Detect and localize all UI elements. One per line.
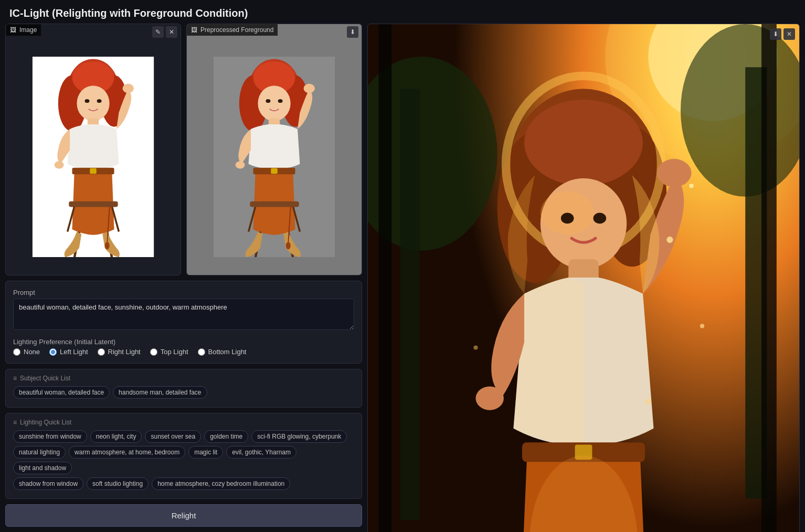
- subject-tag-0[interactable]: beautiful woman, detailed face: [13, 386, 110, 399]
- lighting-radio-right[interactable]: [98, 348, 105, 356]
- image-panels-row: 🖼 Image ✎ ✕: [5, 24, 362, 275]
- svg-rect-54: [379, 24, 392, 532]
- preprocessed-panel-label: Preprocessed Foreground: [200, 26, 273, 34]
- svg-rect-17: [69, 201, 118, 207]
- image-panel: 🖼 Image ✎ ✕: [5, 24, 181, 275]
- svg-rect-34: [271, 168, 277, 174]
- preprocessed-panel: 🖼 Preprocessed Foreground ⬇: [186, 24, 362, 275]
- lighting-quick-list: ≡ Lighting Quick List sunshine from wind…: [5, 413, 362, 499]
- source-illustration: [19, 57, 167, 258]
- lighting-none-label: None: [24, 348, 40, 356]
- lighting-tags-row1: sunshine from window neon light, city su…: [13, 430, 354, 443]
- lighting-tag-sunset[interactable]: sunset over sea: [145, 430, 201, 443]
- lighting-quick-list-title: ≡ Lighting Quick List: [13, 419, 354, 426]
- lighting-tag-lightandshadow[interactable]: light and shadow: [13, 462, 72, 474]
- lighting-bottom-label: Bottom Light: [208, 348, 247, 356]
- image-icon: 🖼: [10, 26, 16, 34]
- lighting-tag-neon[interactable]: neon light, city: [90, 430, 142, 443]
- close-output-button[interactable]: ✕: [783, 28, 795, 40]
- svg-rect-55: [761, 24, 777, 532]
- subject-quick-list-title: ≡ Subject Quick List: [13, 375, 354, 382]
- svg-point-18: [123, 83, 134, 93]
- preprocessed-panel-buttons: ⬇: [347, 26, 358, 38]
- lighting-tag-magic[interactable]: magic lit: [188, 446, 223, 459]
- lighting-tag-scifi[interactable]: sci-fi RGB glowing, cyberpunk: [251, 430, 347, 443]
- prompt-label: Prompt: [13, 289, 354, 296]
- lighting-options-row: None Left Light Right Light Top Light: [13, 348, 354, 356]
- output-panel: ⬇ ✕: [367, 24, 800, 532]
- output-panel-buttons: ⬇ ✕: [770, 28, 795, 40]
- svg-point-21: [105, 242, 110, 249]
- relight-button[interactable]: Relight: [5, 504, 362, 527]
- subject-tags-row: beautiful woman, detailed face handsome …: [13, 386, 354, 399]
- svg-point-6: [84, 99, 89, 103]
- svg-point-5: [77, 86, 109, 121]
- lighting-label: Lighting Preference (Initial Latent): [13, 338, 354, 346]
- lighting-radio-bottom[interactable]: [198, 348, 205, 356]
- svg-point-82: [473, 345, 478, 349]
- svg-point-27: [258, 86, 290, 121]
- image-panel-buttons: ✎ ✕: [152, 26, 177, 38]
- svg-point-28: [266, 99, 270, 103]
- svg-point-63: [561, 213, 574, 224]
- lighting-tag-evil[interactable]: evil, gothic, Yharnam: [226, 446, 296, 459]
- subject-quick-list: ≡ Subject Quick List beautiful woman, de…: [5, 369, 362, 408]
- svg-point-79: [700, 324, 704, 328]
- preprocessed-icon: 🖼: [191, 26, 197, 34]
- svg-rect-12: [90, 168, 96, 174]
- lighting-top-label: Top Light: [161, 348, 188, 356]
- svg-point-64: [593, 213, 606, 224]
- image-panel-header: 🖼 Image: [6, 24, 41, 36]
- image-panel-label: Image: [19, 26, 37, 34]
- controls-area: Prompt beautiful woman, detailed face, s…: [5, 281, 362, 364]
- lighting-left-label: Left Light: [60, 348, 88, 356]
- svg-point-81: [689, 184, 693, 188]
- lighting-option-right[interactable]: Right Light: [98, 348, 141, 356]
- lighting-tags-row3: shadow from window soft studio lighting …: [13, 477, 354, 490]
- subject-tag-1[interactable]: handsome man, detailed face: [113, 386, 207, 399]
- svg-point-83: [657, 159, 692, 187]
- svg-point-40: [304, 83, 315, 93]
- lighting-tags-row2: natural lighting warm atmosphere, at hom…: [13, 446, 354, 474]
- download-output-button[interactable]: ⬇: [770, 28, 781, 40]
- close-image-button[interactable]: ✕: [166, 26, 177, 38]
- lighting-tag-shadow[interactable]: shadow from window: [13, 477, 83, 490]
- svg-point-84: [476, 386, 504, 410]
- download-preprocessed-button[interactable]: ⬇: [347, 26, 358, 38]
- lighting-radio-none[interactable]: [13, 348, 20, 356]
- app-title: IC-Light (Relighting with Foreground Con…: [0, 0, 805, 24]
- lighting-radio-top[interactable]: [150, 348, 157, 356]
- output-image: [368, 24, 799, 532]
- svg-point-78: [666, 237, 673, 243]
- lighting-right-label: Right Light: [108, 348, 141, 356]
- lighting-tag-natural[interactable]: natural lighting: [13, 446, 66, 459]
- svg-point-29: [278, 99, 283, 103]
- svg-point-7: [97, 99, 102, 103]
- edit-image-button[interactable]: ✎: [152, 26, 164, 38]
- lighting-radio-left[interactable]: [49, 348, 57, 356]
- svg-point-41: [236, 161, 245, 168]
- lighting-tag-studio[interactable]: soft studio lighting: [87, 477, 149, 490]
- svg-rect-49: [400, 89, 420, 520]
- svg-rect-39: [250, 201, 299, 207]
- lighting-option-bottom[interactable]: Bottom Light: [198, 348, 247, 356]
- preprocessed-panel-header: 🖼 Preprocessed Foreground: [187, 24, 278, 36]
- lighting-tag-warm[interactable]: warm atmosphere, at home, bedroom: [69, 446, 185, 459]
- lighting-option-left[interactable]: Left Light: [49, 348, 88, 356]
- lighting-option-top[interactable]: Top Light: [150, 348, 188, 356]
- lighting-tag-golden[interactable]: golden time: [204, 430, 248, 443]
- lighting-option-none[interactable]: None: [13, 348, 40, 356]
- svg-point-43: [286, 242, 291, 249]
- prompt-textarea[interactable]: beautiful woman, detailed face, sunshine…: [13, 299, 354, 330]
- image-panel-body: [6, 24, 181, 275]
- svg-point-19: [55, 161, 64, 168]
- svg-point-80: [645, 399, 651, 404]
- lighting-section: Lighting Preference (Initial Latent) Non…: [13, 338, 354, 356]
- prompt-section: Prompt beautiful woman, detailed face, s…: [13, 289, 354, 332]
- preprocessed-illustration: [200, 57, 348, 258]
- lighting-tag-home[interactable]: home atmosphere, cozy bedroom illuminati…: [152, 477, 290, 490]
- menu-icon: ≡: [13, 375, 17, 382]
- output-image-area: znwx.cn: [368, 24, 799, 532]
- lighting-tag-sunshine[interactable]: sunshine from window: [13, 430, 87, 443]
- preprocessed-panel-body: [187, 24, 362, 275]
